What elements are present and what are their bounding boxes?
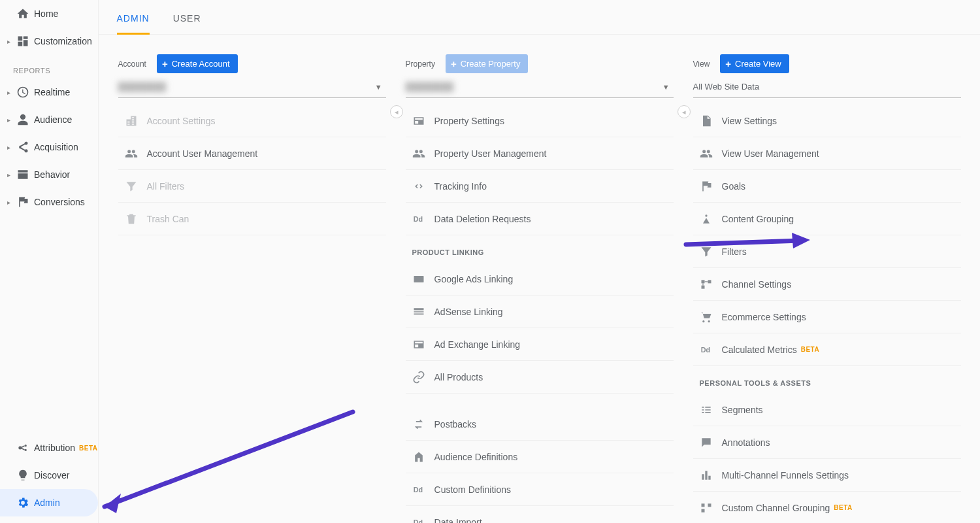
property-selector[interactable]: ████████ ▼ (406, 78, 674, 98)
row-view-settings[interactable]: View Settings (693, 105, 961, 137)
row-label: Ecommerce Settings (722, 312, 806, 322)
dashboard-icon (12, 35, 34, 48)
tab-user[interactable]: USER (173, 13, 201, 34)
sidebar-label-realtime: Realtime (34, 87, 98, 97)
sidebar-item-home[interactable]: Home (0, 0, 98, 27)
row-content-grouping[interactable]: Content Grouping (693, 203, 961, 235)
sidebar-label-behavior: Behavior (34, 169, 98, 180)
chevron-down-icon: ▼ (375, 83, 382, 91)
sidebar-label-acquisition: Acquisition (34, 142, 98, 152)
row-segments[interactable]: Segments (693, 394, 961, 426)
bar-chart-icon (700, 469, 722, 482)
sidebar-item-audience[interactable]: ▸ Audience (0, 106, 98, 133)
list-icon (412, 305, 434, 318)
row-property-settings[interactable]: Property Settings (406, 105, 674, 137)
sidebar-item-discover[interactable]: Discover (0, 462, 98, 489)
column-nav-prev[interactable]: ◂ (390, 105, 403, 118)
chevron-down-icon: ▼ (662, 83, 670, 91)
row-label: Goals (722, 181, 746, 192)
sidebar-item-conversions[interactable]: ▸ Conversions (0, 188, 98, 216)
create-account-button[interactable]: + Create Account (157, 54, 238, 73)
sidebar-item-attribution[interactable]: Attribution BETA (0, 434, 98, 462)
dd-icon: Dd (412, 212, 434, 226)
property-selector-value: ████████ (406, 82, 454, 92)
sidebar-item-realtime[interactable]: ▸ Realtime (0, 78, 98, 106)
row-calculated-metrics[interactable]: Dd Calculated Metrics BETA (693, 333, 961, 366)
row-label: Property Settings (434, 116, 504, 126)
dd-icon: Dd (412, 483, 434, 496)
account-selector[interactable]: ████████ ▼ (118, 78, 386, 98)
sidebar-label-attribution: Attribution (34, 443, 75, 453)
create-view-label: Create View (735, 59, 781, 69)
gear-icon (12, 496, 34, 509)
create-view-button[interactable]: + Create View (720, 54, 789, 73)
column-title-view: View (693, 59, 710, 69)
row-adsense-linking[interactable]: AdSense Linking (406, 295, 674, 328)
row-label: Segments (722, 405, 763, 415)
row-account-settings[interactable]: Account Settings (118, 105, 386, 137)
svg-rect-10 (701, 285, 704, 288)
svg-rect-14 (701, 509, 704, 512)
sidebar-label-customization: Customization (34, 36, 98, 46)
view-selector[interactable]: All Web Site Data (693, 78, 961, 98)
code-icon (412, 180, 434, 193)
plus-icon: + (451, 58, 457, 69)
sidebar-label-audience: Audience (34, 114, 98, 125)
row-audience-definitions[interactable]: Audience Definitions (406, 441, 674, 473)
row-postbacks[interactable]: Postbacks (406, 408, 674, 441)
row-filters[interactable]: Filters (693, 235, 961, 268)
sidebar-item-acquisition[interactable]: ▸ Acquisition (0, 133, 98, 161)
main: ADMIN USER Account + Create Account ████… (99, 0, 980, 523)
row-custom-channel-grouping[interactable]: Custom Channel Grouping BETA (693, 492, 961, 523)
row-mcf-settings[interactable]: Multi-Channel Funnels Settings (693, 459, 961, 492)
row-data-deletion[interactable]: Dd Data Deletion Requests (406, 203, 674, 235)
row-ecommerce-settings[interactable]: Ecommerce Settings (693, 301, 961, 333)
sidebar-item-admin[interactable]: Admin (0, 489, 98, 516)
row-channel-settings[interactable]: Channel Settings (693, 268, 961, 301)
row-trash-can[interactable]: Trash Can (118, 203, 386, 235)
row-data-import[interactable]: Dd Data Import (406, 506, 674, 523)
row-all-filters[interactable]: All Filters (118, 170, 386, 203)
segments-icon (700, 403, 722, 416)
row-adexchange-linking[interactable]: Ad Exchange Linking (406, 328, 674, 361)
row-goals[interactable]: Goals (693, 170, 961, 203)
plus-icon: + (162, 58, 168, 69)
row-property-user-management[interactable]: Property User Management (406, 137, 674, 170)
cart-icon (700, 311, 722, 324)
trash-icon (125, 212, 147, 226)
channel-icon (700, 278, 722, 291)
sidebar-label-home: Home (34, 8, 98, 19)
ads-icon (412, 273, 434, 286)
card-icon (412, 114, 434, 127)
row-label: Trash Can (147, 214, 189, 224)
tab-admin[interactable]: ADMIN (117, 13, 150, 35)
row-label: Custom Channel Grouping (722, 503, 830, 513)
link-icon (412, 371, 434, 384)
row-tracking-info[interactable]: Tracking Info (406, 170, 674, 203)
row-account-user-management[interactable]: Account User Management (118, 137, 386, 170)
svg-text:Dd: Dd (700, 346, 710, 354)
swap-icon (412, 418, 434, 431)
row-custom-definitions[interactable]: Dd Custom Definitions (406, 473, 674, 506)
column-nav-prev[interactable]: ◂ (678, 105, 691, 118)
svg-rect-13 (708, 503, 711, 507)
chevron-right-icon: ▸ (5, 89, 12, 96)
sidebar-item-behavior[interactable]: ▸ Behavior (0, 161, 98, 188)
svg-rect-9 (708, 280, 711, 283)
create-property-button[interactable]: + Create Property (446, 54, 529, 73)
row-label: Property User Management (434, 148, 547, 159)
row-annotations[interactable]: Annotations (693, 426, 961, 459)
group-product-linking: PRODUCT LINKING (406, 235, 674, 263)
svg-rect-12 (701, 503, 704, 507)
row-google-ads-linking[interactable]: Google Ads Linking (406, 263, 674, 295)
row-view-user-management[interactable]: View User Management (693, 137, 961, 170)
chevron-right-icon: ▸ (5, 144, 12, 151)
row-label: Audience Definitions (434, 452, 518, 462)
people-icon (700, 147, 722, 160)
sidebar-section-reports: REPORTS (0, 55, 98, 78)
svg-text:Dd: Dd (413, 215, 422, 223)
svg-point-2 (25, 449, 27, 451)
sidebar-item-customization[interactable]: ▸ Customization (0, 27, 98, 55)
row-all-products[interactable]: All Products (406, 361, 674, 394)
create-account-label: Create Account (172, 59, 230, 69)
